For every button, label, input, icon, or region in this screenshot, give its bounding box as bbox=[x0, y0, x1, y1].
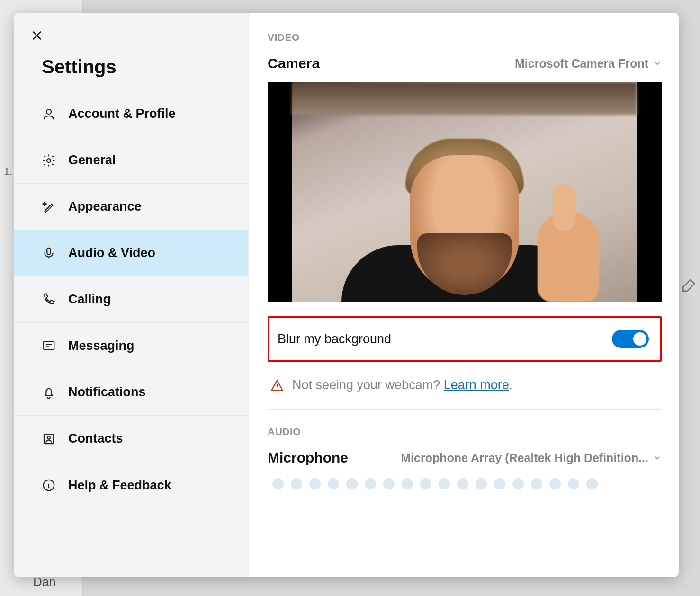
audio-section-label: AUDIO bbox=[268, 426, 662, 437]
sidebar-item-account-profile[interactable]: Account & Profile bbox=[14, 91, 248, 137]
chevron-down-icon bbox=[653, 451, 662, 465]
mic-meter-dot bbox=[568, 478, 579, 489]
settings-sidebar: Settings Account & Profile General Appea… bbox=[14, 13, 249, 577]
camera-label: Camera bbox=[268, 55, 320, 71]
sidebar-item-label: Audio & Video bbox=[68, 246, 155, 260]
settings-nav: Account & Profile General Appearance Aud… bbox=[14, 91, 248, 508]
mic-meter-dot bbox=[328, 478, 339, 489]
microphone-row: Microphone Microphone Array (Realtek Hig… bbox=[268, 450, 662, 466]
sidebar-item-label: Messaging bbox=[68, 338, 135, 353]
background-number: 1. bbox=[4, 166, 12, 178]
svg-rect-2 bbox=[47, 248, 51, 254]
settings-modal: Settings Account & Profile General Appea… bbox=[14, 13, 679, 577]
mic-meter-dot bbox=[420, 478, 431, 489]
mic-meter-dot bbox=[272, 478, 284, 489]
webcam-help-period: . bbox=[509, 378, 513, 392]
sidebar-item-help-feedback[interactable]: Help & Feedback bbox=[14, 462, 248, 508]
camera-preview bbox=[268, 82, 662, 302]
close-button[interactable] bbox=[27, 26, 46, 45]
svg-point-0 bbox=[46, 109, 51, 114]
sidebar-item-contacts[interactable]: Contacts bbox=[14, 416, 248, 462]
camera-feed bbox=[292, 82, 637, 302]
sidebar-item-notifications[interactable]: Notifications bbox=[14, 369, 248, 416]
sidebar-item-label: Notifications bbox=[68, 385, 146, 400]
info-icon bbox=[41, 477, 57, 493]
bell-icon bbox=[41, 384, 57, 400]
webcam-help-row: Not seeing your webcam? Learn more. bbox=[268, 375, 662, 410]
sidebar-item-label: Account & Profile bbox=[68, 107, 176, 121]
sidebar-item-label: Calling bbox=[68, 292, 111, 307]
sidebar-item-audio-video[interactable]: Audio & Video bbox=[14, 230, 248, 276]
settings-content: VIDEO Camera Microsoft Camera Front bbox=[249, 13, 679, 577]
person-icon bbox=[41, 106, 57, 122]
mic-meter-dot bbox=[346, 478, 358, 489]
sidebar-item-general[interactable]: General bbox=[14, 137, 248, 184]
svg-rect-3 bbox=[44, 341, 54, 350]
sidebar-item-messaging[interactable]: Messaging bbox=[14, 323, 248, 369]
edit-icon[interactable] bbox=[681, 277, 697, 295]
blur-background-label: Blur my background bbox=[278, 332, 391, 347]
mic-meter-dot bbox=[476, 478, 487, 489]
mic-meter-dot bbox=[512, 478, 524, 489]
camera-device-dropdown[interactable]: Microsoft Camera Front bbox=[515, 57, 662, 71]
microphone-device-dropdown[interactable]: Microphone Array (Realtek High Definitio… bbox=[401, 451, 662, 465]
sidebar-item-label: Contacts bbox=[68, 431, 123, 446]
sidebar-item-label: General bbox=[68, 153, 116, 168]
gear-icon bbox=[41, 152, 57, 169]
mic-meter-dot bbox=[549, 478, 561, 489]
wand-icon bbox=[41, 199, 57, 215]
mic-meter-dot bbox=[457, 478, 468, 489]
webcam-help-text: Not seeing your webcam? bbox=[292, 378, 444, 392]
mic-meter-dot bbox=[383, 478, 395, 489]
sidebar-item-appearance[interactable]: Appearance bbox=[14, 184, 248, 230]
learn-more-link[interactable]: Learn more bbox=[444, 378, 509, 392]
microphone-icon bbox=[41, 245, 57, 261]
chevron-down-icon bbox=[653, 57, 662, 71]
warning-icon bbox=[270, 379, 284, 392]
mic-meter-dot bbox=[365, 478, 376, 489]
blur-background-toggle[interactable] bbox=[612, 330, 649, 348]
mic-meter-dot bbox=[439, 478, 450, 489]
svg-point-1 bbox=[47, 159, 51, 162]
microphone-level-meter bbox=[268, 478, 662, 489]
sidebar-item-label: Help & Feedback bbox=[68, 478, 171, 493]
video-section-label: VIDEO bbox=[268, 32, 662, 43]
blur-background-row: Blur my background bbox=[268, 316, 662, 362]
mic-meter-dot bbox=[586, 478, 598, 489]
camera-row: Camera Microsoft Camera Front bbox=[268, 55, 662, 71]
microphone-device-name: Microphone Array (Realtek High Definitio… bbox=[401, 451, 648, 465]
svg-point-5 bbox=[47, 436, 50, 439]
contacts-icon bbox=[41, 431, 57, 447]
microphone-label: Microphone bbox=[268, 450, 348, 466]
settings-title: Settings bbox=[14, 53, 248, 91]
mic-meter-dot bbox=[402, 478, 413, 489]
sidebar-item-label: Appearance bbox=[68, 199, 142, 214]
chat-icon bbox=[41, 338, 57, 354]
mic-meter-dot bbox=[309, 478, 321, 489]
phone-icon bbox=[41, 292, 57, 308]
mic-meter-dot bbox=[531, 478, 542, 489]
sidebar-item-calling[interactable]: Calling bbox=[14, 276, 248, 323]
camera-device-name: Microsoft Camera Front bbox=[515, 57, 648, 71]
mic-meter-dot bbox=[494, 478, 505, 489]
mic-meter-dot bbox=[291, 478, 302, 489]
